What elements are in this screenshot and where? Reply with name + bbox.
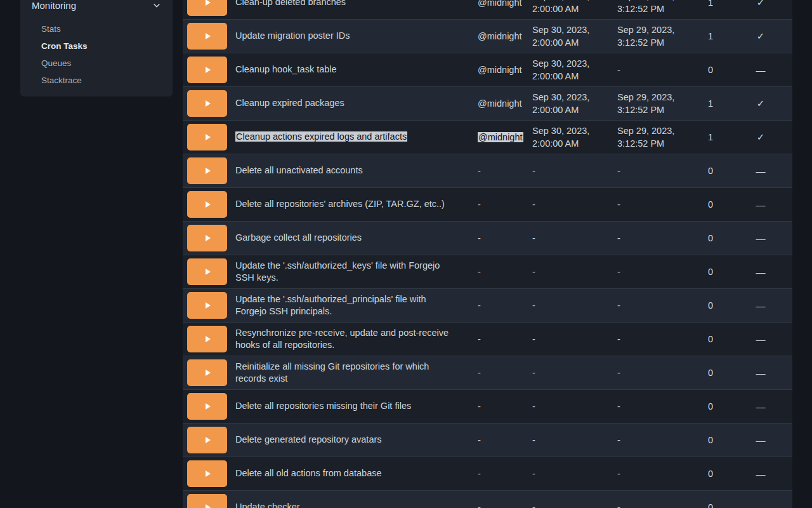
- task-next-run: -: [522, 262, 607, 281]
- run-task-button[interactable]: [187, 23, 227, 50]
- task-name: Delete all repositories' archives (ZIP, …: [235, 199, 445, 209]
- task-run-cell: [183, 23, 227, 50]
- task-status-icon: —: [729, 233, 792, 244]
- task-name-cell: Delete all repositories' archives (ZIP, …: [227, 195, 468, 214]
- task-prev-run: -: [607, 363, 692, 382]
- task-prev-run: Sep 29, 2023, 3:12:52 PM: [607, 0, 692, 18]
- run-task-button[interactable]: [187, 191, 227, 218]
- run-task-button[interactable]: [187, 90, 227, 117]
- play-icon: [206, 235, 211, 241]
- sidebar-item-queues[interactable]: Queues: [20, 55, 173, 72]
- task-run-cell: [183, 191, 227, 218]
- task-next-run: -: [522, 431, 607, 450]
- run-task-button[interactable]: [187, 393, 227, 420]
- task-exec-count: 1: [692, 31, 729, 41]
- sidebar-item-list: Stats Cron Tasks Queues Stacktrace: [20, 20, 173, 89]
- task-exec-count: 0: [692, 166, 729, 176]
- cron-task-row: Update the '.ssh/authorized_principals' …: [183, 289, 792, 323]
- run-task-button[interactable]: [187, 359, 227, 386]
- task-prev-run: Sep 29, 2023, 3:12:52 PM: [607, 88, 692, 119]
- task-exec-count: 0: [692, 300, 729, 311]
- task-run-cell: [183, 90, 227, 117]
- run-task-button[interactable]: [187, 225, 227, 251]
- cron-task-row: Delete generated repository avatars - - …: [183, 424, 792, 457]
- sidebar-item-stacktrace[interactable]: Stacktrace: [20, 72, 173, 89]
- sidebar-item-label: Cron Tasks: [41, 41, 88, 51]
- task-name: Update the '.ssh/authorized_keys' file w…: [235, 260, 440, 283]
- task-run-cell: [183, 393, 227, 420]
- task-schedule-cell: @midnight: [468, 0, 522, 8]
- task-schedule-cell: -: [468, 435, 522, 445]
- task-schedule-cell: -: [468, 166, 522, 176]
- task-exec-count: 0: [692, 401, 729, 411]
- task-next-run: Sep 30, 2023, 2:00:00 AM: [522, 54, 607, 86]
- cron-task-row: Update migration poster IDs @midnight Se…: [183, 20, 792, 53]
- cron-task-row: Garbage collect all repositories - - - 0…: [183, 222, 792, 255]
- task-next-run: -: [522, 363, 607, 382]
- run-task-button[interactable]: [187, 494, 227, 508]
- cron-task-row: Update checker - - - 0 —: [183, 491, 792, 508]
- cron-task-row: Clean-up deleted branches @midnight Sep …: [183, 0, 792, 20]
- task-name-cell: Update the '.ssh/authorized_keys' file w…: [227, 257, 468, 288]
- task-run-cell: [183, 494, 227, 508]
- task-exec-count: 0: [692, 435, 729, 445]
- task-schedule: @midnight: [478, 98, 522, 109]
- task-status-icon: —: [729, 65, 792, 76]
- task-exec-count: 0: [692, 334, 729, 344]
- task-schedule: -: [478, 502, 481, 508]
- run-task-button[interactable]: [187, 124, 227, 150]
- run-task-button[interactable]: [187, 292, 227, 319]
- task-next-run: -: [522, 195, 607, 214]
- task-status-icon: ✓: [729, 0, 792, 8]
- sidebar-section-monitoring[interactable]: Monitoring: [20, 0, 173, 11]
- sidebar-item-stats[interactable]: Stats: [20, 20, 173, 37]
- task-schedule: @midnight: [478, 65, 522, 75]
- task-run-cell: [183, 359, 227, 386]
- run-task-button[interactable]: [187, 258, 227, 285]
- task-status-icon: ✓: [729, 131, 792, 143]
- task-run-cell: [183, 57, 227, 83]
- task-name: Garbage collect all repositories: [235, 232, 362, 243]
- task-status-icon: —: [729, 300, 792, 311]
- task-next-run: -: [522, 161, 607, 180]
- run-task-button[interactable]: [187, 460, 227, 487]
- chevron-down-icon: [152, 1, 161, 10]
- sidebar-item-cron-tasks[interactable]: Cron Tasks: [20, 37, 173, 55]
- run-task-button[interactable]: [187, 157, 227, 184]
- task-schedule: -: [478, 469, 481, 479]
- task-name-cell: Update the '.ssh/authorized_principals' …: [227, 290, 468, 321]
- task-next-run: Sep 30, 2023, 2:00:00 AM: [522, 0, 607, 18]
- play-icon: [206, 471, 211, 477]
- play-icon: [206, 403, 211, 410]
- task-exec-count: 0: [692, 65, 729, 75]
- task-name-cell: Update checker: [227, 498, 468, 508]
- task-next-run: Sep 30, 2023, 2:00:00 AM: [522, 20, 607, 52]
- task-name-cell: Cleanup hook_task table: [227, 60, 468, 79]
- cron-task-row: Cleanup hook_task table @midnight Sep 30…: [183, 53, 792, 87]
- task-name: Resynchronize pre-receive, update and po…: [235, 328, 449, 351]
- task-exec-count: 0: [692, 267, 729, 277]
- task-exec-count: 1: [692, 0, 729, 8]
- task-schedule: -: [478, 368, 481, 378]
- task-schedule: -: [478, 435, 481, 445]
- task-run-cell: [183, 225, 227, 251]
- run-task-button[interactable]: [187, 427, 227, 453]
- run-task-button[interactable]: [187, 0, 227, 16]
- admin-sidebar: Monitoring Stats Cron Tasks Queues Stack…: [20, 0, 173, 97]
- run-task-button[interactable]: [187, 326, 227, 352]
- task-schedule-cell: @midnight: [468, 132, 522, 142]
- task-status-icon: —: [729, 502, 792, 508]
- task-status-icon: —: [729, 199, 792, 210]
- task-name: Cleanup actions expired logs and artifac…: [235, 131, 407, 142]
- task-exec-count: 0: [692, 469, 729, 479]
- cron-task-row: Delete all repositories' archives (ZIP, …: [183, 188, 792, 222]
- task-status-icon: ✓: [729, 98, 792, 109]
- task-prev-run: -: [607, 229, 692, 248]
- task-name: Reinitialize all missing Git repositorie…: [235, 361, 429, 384]
- task-name-cell: Reinitialize all missing Git repositorie…: [227, 358, 468, 389]
- play-icon: [206, 67, 211, 73]
- run-task-button[interactable]: [187, 57, 227, 83]
- cron-task-row: Reinitialize all missing Git repositorie…: [183, 356, 792, 390]
- task-name-cell: Delete all old actions from database: [227, 464, 468, 483]
- task-schedule-cell: @midnight: [468, 98, 522, 109]
